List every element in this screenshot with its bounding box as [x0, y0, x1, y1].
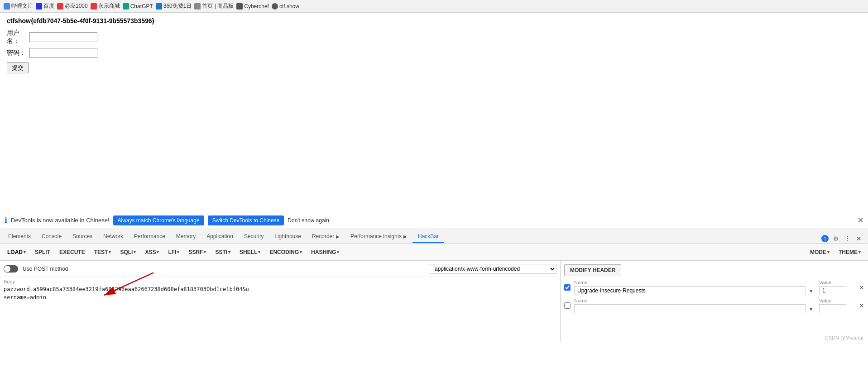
- tab-performance-insights[interactable]: Performance insights ▶: [345, 230, 412, 243]
- hackbar-lfi-button[interactable]: LFI ▾: [164, 247, 183, 257]
- more-options-icon[interactable]: ⋮: [844, 234, 852, 243]
- header-1-value-label: Value: [819, 280, 837, 285]
- modify-header-button[interactable]: MODIFY HEADER: [564, 264, 621, 276]
- username-label: 用户名：: [7, 29, 29, 45]
- lfi-dropdown-arrow: ▾: [177, 250, 179, 254]
- devtools-panel: ℹ DevTools is now available in Chinese! …: [0, 212, 868, 342]
- tab-sources[interactable]: Sources: [67, 230, 98, 243]
- settings-icon[interactable]: ⚙: [832, 234, 840, 243]
- tab-console[interactable]: Console: [36, 230, 67, 243]
- bookmark-item[interactable]: 必应1000: [57, 2, 88, 10]
- shell-dropdown-arrow: ▾: [258, 250, 260, 254]
- close-devtools-button[interactable]: ✕: [855, 234, 863, 243]
- header-2-value-input[interactable]: [819, 304, 846, 313]
- password-row: 密码：: [7, 48, 861, 58]
- always-match-language-button[interactable]: Always match Chrome's language: [113, 215, 204, 225]
- username-input[interactable]: [29, 32, 97, 42]
- browser-toolbar: 哔哩文汇 百度 必应1000 永示商城 ChatGPT 360免费1日 首页 |…: [0, 0, 868, 13]
- hackbar-load-button[interactable]: LOAD ▾: [4, 247, 29, 257]
- body-section: Body pazzword=a599ac85a73384ee3219fa6842…: [0, 277, 560, 303]
- use-post-row: Use POST method application/x-www-form-u…: [0, 261, 560, 277]
- header-row-1: Name ▾ Value ✕: [564, 280, 864, 295]
- notification-text: DevTools is now available in Chinese!: [11, 217, 110, 224]
- bookmark-item[interactable]: ChatGPT: [123, 3, 153, 10]
- bookmark-item[interactable]: ctf.show: [272, 3, 299, 10]
- main-page: ctfshow{efdb7047-5b5e-4f0f-9131-9b55573b…: [0, 13, 868, 212]
- csdn-watermark: CSDN @Msaerat: [825, 335, 863, 340]
- toggle-knob: [4, 266, 10, 272]
- tab-security[interactable]: Security: [239, 230, 269, 243]
- hackbar-ssrf-button[interactable]: SSRF ▾: [185, 247, 210, 257]
- switch-to-chinese-button[interactable]: Switch DevTools to Chinese: [208, 215, 284, 225]
- ssrf-dropdown-arrow: ▾: [204, 250, 206, 254]
- hackbar-right-panel: MODIFY HEADER Name ▾ Value ✕: [560, 261, 868, 342]
- sqli-dropdown-arrow: ▾: [134, 250, 136, 254]
- bookmark-item[interactable]: 360免费1日: [156, 2, 192, 10]
- tab-hackbar[interactable]: HackBar: [412, 230, 444, 243]
- red-arrow: [100, 273, 154, 301]
- notification-close-button[interactable]: ✕: [858, 216, 863, 225]
- tab-application[interactable]: Application: [201, 230, 239, 243]
- header-row-2: Name ▾ Value ✕: [564, 298, 864, 313]
- password-input[interactable]: [29, 48, 97, 58]
- hackbar-hashing-button[interactable]: HASHING ▾: [307, 247, 343, 257]
- bookmark-item[interactable]: 首页 | 商品板: [194, 2, 234, 10]
- header-2-value-label: Value: [819, 298, 837, 303]
- tab-network[interactable]: Network: [98, 230, 129, 243]
- tab-recorder[interactable]: Recorder ▶: [307, 230, 345, 243]
- header-2-name-label: Name: [574, 298, 597, 303]
- hackbar-main-area: Use POST method application/x-www-form-u…: [0, 261, 868, 342]
- header-1-name-label: Name: [574, 280, 597, 285]
- hackbar-theme-button[interactable]: THEME ▾: [835, 247, 864, 257]
- hackbar-encoding-button[interactable]: ENCODING ▾: [266, 247, 306, 257]
- tab-memory[interactable]: Memory: [171, 230, 201, 243]
- hashing-dropdown-arrow: ▾: [337, 250, 339, 254]
- use-post-toggle[interactable]: [4, 265, 18, 273]
- use-post-label: Use POST method: [23, 266, 68, 272]
- header-1-name-input[interactable]: [574, 286, 806, 295]
- hackbar-mode-button[interactable]: MODE ▾: [806, 247, 833, 257]
- hackbar-split-button[interactable]: SPLIT: [31, 247, 54, 257]
- bookmark-item[interactable]: Cyberchef: [236, 3, 269, 10]
- performance-insights-icon: ▶: [403, 234, 407, 239]
- dont-show-again-button[interactable]: Don't show again: [288, 217, 329, 224]
- header-2-name-input[interactable]: [574, 304, 806, 313]
- body-content-line1: pazzword=a599ac85a73384ee3219fa684296eaa…: [4, 285, 556, 293]
- hackbar-xss-button[interactable]: XSS ▾: [141, 247, 163, 257]
- test-dropdown-arrow: ▾: [109, 250, 111, 254]
- ssti-dropdown-arrow: ▾: [228, 250, 230, 254]
- ctf-flag: ctfshow{efdb7047-5b5e-4f0f-9131-9b55573b…: [7, 17, 861, 24]
- load-dropdown-arrow: ▾: [24, 250, 26, 254]
- body-label: Body: [4, 279, 556, 284]
- recorder-icon: ▶: [336, 234, 340, 239]
- header-2-dropdown-button[interactable]: ▾: [806, 306, 815, 312]
- theme-dropdown-arrow: ▾: [858, 250, 861, 254]
- header-2-close-button[interactable]: ✕: [859, 302, 864, 309]
- tab-elements[interactable]: Elements: [3, 230, 36, 243]
- svg-line-1: [104, 273, 154, 295]
- header-1-close-button[interactable]: ✕: [859, 284, 864, 291]
- header-2-checkbox[interactable]: [564, 302, 571, 309]
- password-label: 密码：: [7, 49, 29, 57]
- hackbar-toolbar: LOAD ▾ SPLIT EXECUTE TEST ▾ SQLI ▾ XSS ▾…: [0, 244, 868, 261]
- bookmark-item[interactable]: 百度: [36, 2, 54, 10]
- submit-button[interactable]: 提交: [7, 62, 29, 73]
- hackbar-ssti-button[interactable]: SSTI ▾: [211, 247, 234, 257]
- devtools-notification-bar: ℹ DevTools is now available in Chinese! …: [0, 212, 868, 228]
- header-1-value-input[interactable]: [819, 286, 846, 295]
- hackbar-left-panel: Use POST method application/x-www-form-u…: [0, 261, 560, 342]
- body-content-line2: sername=admin: [4, 293, 556, 301]
- bookmark-item[interactable]: 永示商城: [91, 2, 120, 10]
- header-1-checkbox[interactable]: [564, 284, 571, 291]
- hackbar-shell-button[interactable]: SHELL ▾: [236, 247, 264, 257]
- tab-performance[interactable]: Performance: [129, 230, 171, 243]
- hackbar-sqli-button[interactable]: SQLI ▾: [116, 247, 139, 257]
- header-1-dropdown-button[interactable]: ▾: [806, 287, 815, 294]
- hackbar-execute-button[interactable]: EXECUTE: [56, 247, 89, 257]
- username-row: 用户名：: [7, 29, 861, 45]
- tab-lighthouse[interactable]: Lighthouse: [269, 230, 307, 243]
- bookmark-item[interactable]: 哔哩文汇: [4, 2, 33, 10]
- content-type-select[interactable]: application/x-www-form-urlencoded: [430, 264, 556, 274]
- hackbar-test-button[interactable]: TEST ▾: [91, 247, 115, 257]
- devtools-tabs-bar: Elements Console Sources Network Perform…: [0, 228, 868, 244]
